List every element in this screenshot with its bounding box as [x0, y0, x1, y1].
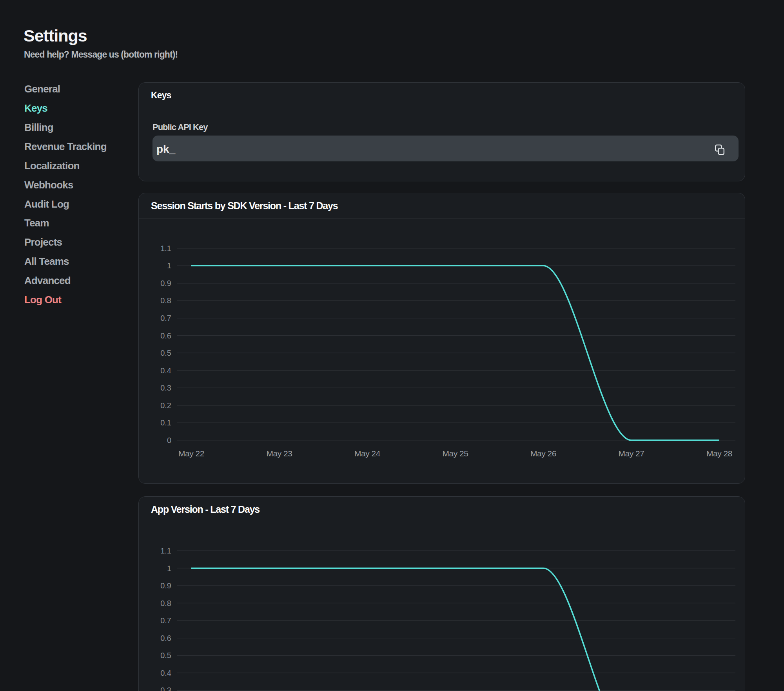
svg-text:0: 0: [167, 436, 171, 445]
svg-text:0.6: 0.6: [160, 634, 171, 642]
svg-text:0.7: 0.7: [160, 314, 171, 322]
svg-text:May 24: May 24: [354, 449, 381, 458]
svg-text:May 27: May 27: [619, 449, 644, 458]
svg-text:1.1: 1.1: [160, 244, 171, 253]
svg-text:1: 1: [167, 564, 171, 573]
svg-text:0.1: 0.1: [160, 418, 171, 427]
svg-text:0.3: 0.3: [160, 383, 171, 392]
svg-text:May 22: May 22: [178, 449, 204, 458]
svg-text:May 26: May 26: [530, 449, 556, 458]
svg-text:0.6: 0.6: [160, 331, 171, 340]
svg-text:May 25: May 25: [443, 449, 468, 458]
svg-text:1: 1: [167, 261, 171, 270]
svg-text:0.2: 0.2: [160, 401, 171, 410]
svg-text:May 23: May 23: [267, 449, 292, 458]
svg-text:0.4: 0.4: [160, 669, 171, 677]
svg-text:0.9: 0.9: [160, 279, 171, 288]
svg-text:0.9: 0.9: [160, 581, 171, 590]
svg-text:1.1: 1.1: [160, 546, 171, 555]
svg-text:0.4: 0.4: [160, 366, 171, 375]
svg-text:0.7: 0.7: [160, 616, 171, 625]
svg-text:0.3: 0.3: [160, 686, 171, 691]
svg-text:0.8: 0.8: [160, 599, 171, 608]
svg-text:0.5: 0.5: [160, 651, 171, 660]
svg-text:0.8: 0.8: [160, 296, 171, 305]
svg-text:0.5: 0.5: [160, 349, 171, 357]
svg-text:May 28: May 28: [706, 449, 732, 458]
